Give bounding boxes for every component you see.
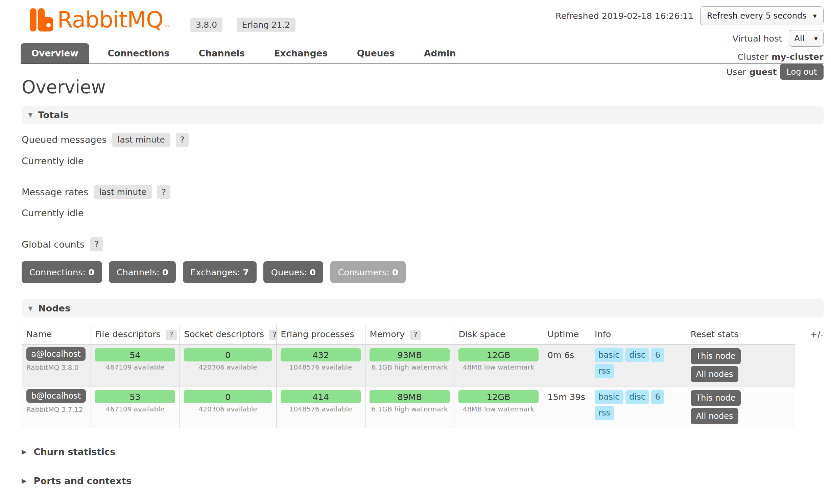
node-name-cell: b@localhost RabbitMQ 3.7.12 [22,386,91,428]
proc-cell: 432 1048576 available [276,344,365,386]
sd-cell: 0 420306 available [180,344,276,386]
tab-channels[interactable]: Channels [188,43,256,64]
chevron-down-icon: ▾ [814,34,817,43]
global-counts-row: Global counts ? [22,237,824,252]
info-badge-basic: basic [595,348,623,362]
tab-connections[interactable]: Connections [97,43,180,64]
message-rates-mode-badge[interactable]: last minute [94,185,152,199]
info-cell: basicdisc6rss [590,344,686,386]
column-label: File descriptors [95,329,161,339]
queued-messages-status: Currently idle [22,156,824,166]
memory-watermark: 6.1GB high watermark [370,363,449,371]
count-label: Consumers: [338,267,389,277]
message-rates-row: Message rates last minute ? [22,185,824,199]
node-name-badge[interactable]: a@localhost [26,347,86,361]
column-label: Erlang processes [281,329,354,339]
reset-this-node-button[interactable]: This node [691,390,741,406]
proc-usage-bar: 432 [281,348,360,362]
count-label: Queues: [271,267,307,277]
disk-cell: 12GB 48MB low watermark [454,344,543,386]
totals-section-title: Totals [38,110,69,120]
count-label: Exchanges: [190,267,240,277]
refresh-row: Refreshed 2019-02-18 16:26:11 Refresh ev… [555,6,824,25]
tab-overview[interactable]: Overview [21,43,89,64]
tab-exchanges[interactable]: Exchanges [263,43,339,64]
exchanges-count-badge[interactable]: Exchanges: 7 [183,261,257,283]
reset-this-node-button[interactable]: This node [691,348,741,364]
info-badge-basic: basic [595,390,623,404]
reset-stats-cell: This nodeAll nodes [686,344,795,386]
fd-cell: 54 467109 available [91,344,180,386]
message-rates-label: Message rates [22,187,88,197]
node-name-badge[interactable]: b@localhost [26,389,86,403]
help-icon[interactable]: ? [269,330,276,340]
count-value: 0 [88,267,94,277]
node-version: RabbitMQ 3.7.12 [26,405,86,413]
info-badge-plugins-count: 6 [651,390,664,404]
virtual-host-select[interactable]: All ▾ [789,30,824,47]
nodes-section-header[interactable]: ▼ Nodes [22,299,824,317]
nodes-table: Name File descriptors ? Socket descripto… [22,325,795,428]
column-toggle[interactable]: +/- [801,325,823,339]
expand-arrow-icon: ▶ [22,477,27,485]
node-name-cell: a@localhost RabbitMQ 3.8.0 [22,344,91,386]
column-header-erlang-processes: Erlang processes [276,325,365,345]
consumers-count-badge[interactable]: Consumers: 0 [330,261,406,283]
column-header-info: Info [590,325,686,345]
column-header-disk-space: Disk space [454,325,543,345]
section-label: Ports and contexts [34,476,132,486]
tab-queues[interactable]: Queues [346,43,406,64]
info-badge-disc: disc [625,348,649,362]
logout-button[interactable]: Log out [780,64,823,80]
uptime-value: 15m 39s [543,386,590,428]
section-ports-and-contexts[interactable]: ▶ Ports and contexts [22,476,824,486]
rabbitmq-logo[interactable]: RabbitMQ ™ [29,7,170,32]
help-icon[interactable]: ? [90,237,103,252]
count-value: 0 [392,267,398,277]
connections-count-badge[interactable]: Connections: 0 [22,261,102,283]
help-icon[interactable]: ? [166,330,177,340]
fd-usage-bar: 53 [95,390,175,404]
section-churn-statistics[interactable]: ▶ Churn statistics [22,447,824,457]
refresh-interval-select[interactable]: Refresh every 5 seconds ▾ [700,6,824,25]
help-icon[interactable]: ? [176,133,189,147]
help-icon[interactable]: ? [410,330,421,340]
tab-admin[interactable]: Admin [413,43,467,64]
fd-available: 467109 available [95,363,175,371]
column-header-uptime: Uptime [543,325,590,345]
column-label: Info [595,329,611,339]
sd-usage-bar: 0 [184,348,271,362]
count-value: 7 [243,267,249,277]
queued-messages-row: Queued messages last minute ? [22,133,824,147]
help-icon[interactable]: ? [157,185,170,199]
queued-messages-label: Queued messages [22,134,107,145]
disk-watermark: 48MB low watermark [458,405,538,413]
reset-all-nodes-button[interactable]: All nodes [691,408,739,424]
global-count-badges: Connections: 0 Channels: 0 Exchanges: 7 … [22,261,824,283]
refresh-interval-value: Refresh every 5 seconds [707,11,807,21]
virtual-host-label: Virtual host [732,33,782,44]
info-badge-plugins-count: 6 [651,348,664,362]
queued-messages-mode-badge[interactable]: last minute [112,133,170,147]
message-rates-status: Currently idle [22,208,824,218]
reset-all-nodes-button[interactable]: All nodes [691,366,739,382]
sd-usage-bar: 0 [184,390,271,404]
sd-cell: 0 420306 available [180,386,276,428]
global-counts-label: Global counts [22,239,85,250]
channels-count-badge[interactable]: Channels: 0 [109,261,176,283]
collapse-arrow-icon: ▼ [28,111,33,118]
uptime-value: 0m 6s [543,344,590,386]
totals-section-header[interactable]: ▼ Totals [22,106,824,124]
sd-available: 420306 available [184,405,271,413]
divider [22,228,824,228]
column-header-name: Name [22,325,91,345]
proc-usage-bar: 414 [281,390,360,404]
queues-count-badge[interactable]: Queues: 0 [263,261,323,283]
nodes-table-wrap: Name File descriptors ? Socket descripto… [22,325,824,428]
cluster-name: my-cluster [771,52,824,62]
node-version: RabbitMQ 3.8.0 [26,363,86,372]
disk-usage-bar: 12GB [458,348,538,362]
virtual-host-value: All [794,34,805,43]
rabbitmq-logo-icon [29,7,57,32]
count-value: 0 [310,267,316,277]
